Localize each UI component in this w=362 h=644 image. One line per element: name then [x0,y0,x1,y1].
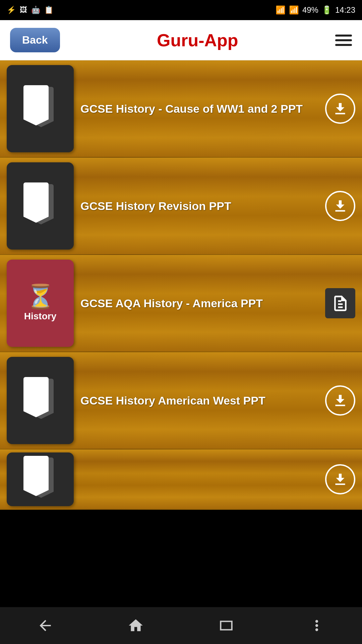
back-nav-icon [37,617,54,634]
title-part1: Guru- [157,31,204,50]
list-item[interactable] [0,449,362,510]
item-title: GCSE AQA History - America PPT [80,296,325,311]
download-icon [332,100,349,117]
list-item[interactable]: GCSE History American West PPT [0,352,362,449]
bottom-nav [0,607,362,644]
bookmark-front [23,182,49,223]
item-icon-box [7,162,74,250]
battery-icon: 🔋 [322,5,332,15]
nav-home-button[interactable] [122,612,149,639]
item-title: GCSE History Revision PPT [80,199,325,213]
history-label: History [24,311,56,322]
item-title: GCSE History - Cause of WW1 and 2 PPT [80,101,325,116]
item-icon-box [7,452,74,506]
download-icon [332,392,349,409]
bookmark-icon [23,456,57,503]
document-button[interactable] [325,288,355,318]
title-part2: App [204,31,238,50]
download-icon [332,198,349,214]
more-nav-icon [308,617,325,634]
list-item[interactable]: GCSE History - Cause of WW1 and 2 PPT [0,60,362,158]
status-icons-left: ⚡ 🖼 🤖 📋 [7,6,53,14]
battery-text: 49% [302,5,318,15]
item-title: GCSE History American West PPT [80,393,325,408]
usb-icon: ⚡ [7,6,16,14]
status-bar: ⚡ 🖼 🤖 📋 📶 📶 49% 🔋 14:23 [0,0,362,20]
nav-back-button[interactable] [32,612,59,639]
wifi-icon: 📶 [276,5,286,15]
download-button[interactable] [325,464,355,494]
nav-more-button[interactable] [303,612,330,639]
download-button[interactable] [325,385,355,416]
menu-line-3 [335,44,352,46]
download-button[interactable] [325,191,355,221]
menu-line-1 [335,35,352,37]
bookmark-icon [23,85,57,132]
menu-line-2 [335,39,352,41]
clipboard-icon: 📋 [44,6,53,14]
history-icon-box: ⏳ History [7,260,74,347]
time-text: 14:23 [335,5,355,15]
android-icon: 🤖 [31,6,40,14]
download-button[interactable] [325,94,355,124]
download-icon [332,471,349,488]
menu-button[interactable] [335,35,352,46]
bookmark-icon [23,377,57,424]
item-icon-box [7,357,74,444]
hourglass-icon: ⏳ [26,285,55,308]
bookmark-front [23,85,49,125]
nav-recent-button[interactable] [213,612,240,639]
document-icon [331,294,350,313]
header: Back Guru-App [0,20,362,60]
app-title: Guru-App [157,30,238,50]
list-container: GCSE History - Cause of WW1 and 2 PPT GC… [0,60,362,510]
recent-nav-icon [218,617,235,634]
home-nav-icon [127,617,144,634]
back-button[interactable]: Back [10,28,60,52]
image-icon: 🖼 [20,6,27,14]
signal-icon: 📶 [289,5,299,15]
bookmark-icon [23,182,57,229]
bookmark-front [23,377,49,417]
item-icon-box [7,65,74,152]
list-item[interactable]: ⏳ History GCSE AQA History - America PPT [0,255,362,352]
status-icons-right: 📶 📶 49% 🔋 14:23 [276,5,355,15]
list-item[interactable]: GCSE History Revision PPT [0,158,362,255]
bookmark-front [23,456,49,496]
